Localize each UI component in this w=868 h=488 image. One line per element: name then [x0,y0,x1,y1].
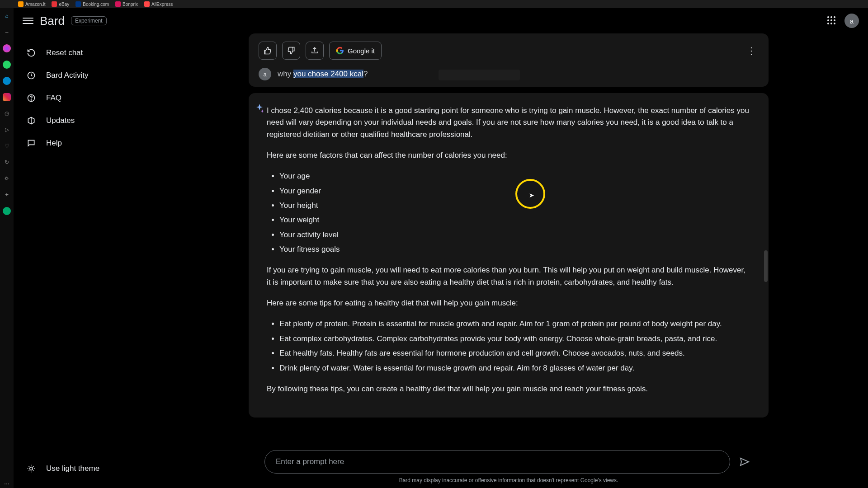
amazon-icon [18,1,24,7]
svg-point-3 [30,467,33,470]
play-icon[interactable]: ▷ [3,126,11,134]
os-sidebar: ⌂ – ◷ ▷ ♡ ↻ ⛭ ✦ ⋯ [0,8,14,488]
ebay-icon [52,1,57,7]
app-a-icon[interactable] [3,207,11,215]
google-it-button[interactable]: Google it [329,42,382,60]
sidebar-item-label: Updates [46,116,75,125]
thumbs-down-button[interactable] [282,42,300,60]
browser-bookmarks-bar: Amazon.it eBay Booking.com Bonprix AliEx… [0,0,868,8]
sidebar-item-label: Bard Activity [46,71,89,80]
disclaimer-text: Bard may display inaccurate or offensive… [399,477,618,483]
instagram-icon[interactable] [3,93,11,101]
bookmark-bonprix[interactable]: Bonprix [115,1,138,7]
app-title: Bard [40,14,65,28]
sidebar-item-activity[interactable]: Bard Activity [14,64,149,87]
response-actions-card: Google it ⋮ a why you chose 2400 kcal? [249,33,769,87]
activity-icon [26,70,36,80]
list-item: Your height [279,200,750,211]
list-item: Your age [279,170,750,182]
share-button[interactable] [306,42,324,60]
sidebar-item-label: Reset chat [46,48,83,57]
thumbs-up-button[interactable] [259,42,277,60]
sidebar-item-reset-chat[interactable]: Reset chat [14,42,149,64]
prompt-input[interactable] [276,457,719,466]
bookmark-ebay[interactable]: eBay [52,1,69,7]
history-icon[interactable]: ↻ [3,158,11,166]
menu-button[interactable] [23,15,33,26]
prompt-area [264,450,753,474]
list-item: Your activity level [279,229,750,241]
list-item: Your weight [279,214,750,226]
theme-label: Use light theme [46,464,99,473]
bookmark-booking[interactable]: Booking.com [75,1,109,7]
user-avatar: a [259,68,271,80]
list-item: Eat complex carbohydrates. Complex carbo… [279,333,750,345]
dash-icon[interactable]: – [3,28,11,36]
heart-icon[interactable]: ♡ [3,142,11,150]
list-item: Eat plenty of protein. Protein is essent… [279,318,750,330]
clock-icon[interactable]: ◷ [3,109,11,117]
response-body: I chose 2,400 calories because it is a g… [267,105,750,395]
send-button[interactable] [736,454,753,470]
theme-toggle[interactable]: Use light theme [14,457,149,480]
bard-app: Bard Experiment a Reset chat Bard Activi… [14,8,868,488]
bookmark-label: Bonprix [123,2,138,7]
google-logo-icon [336,47,344,55]
scrollbar-thumb[interactable] [764,250,768,282]
messenger-icon[interactable] [3,44,11,52]
list-item: Eat healthy fats. Healthy fats are essen… [279,347,750,359]
response-paragraph: By following these tips, you can create … [267,383,750,395]
response-paragraph: Here are some factors that can affect th… [267,150,750,161]
google-it-label: Google it [348,47,375,55]
help-icon [26,138,36,148]
response-paragraph: Here are some tips for eating a healthy … [267,297,750,309]
tips-list: Eat plenty of protein. Protein is essent… [279,318,750,374]
experiment-badge: Experiment [71,16,107,25]
sidebar-item-updates[interactable]: Updates [14,109,149,132]
home-icon[interactable]: ⌂ [3,12,11,20]
response-paragraph: I chose 2,400 calories because it is a g… [267,105,750,141]
bonprix-icon [115,1,121,7]
bookmark-aliexpress[interactable]: AliExpress [144,1,173,7]
telegram-icon[interactable] [3,77,11,85]
list-item: Your gender [279,185,750,197]
sidebar-item-label: FAQ [46,94,61,103]
settings-icon[interactable]: ⛭ [3,174,11,183]
sun-icon [26,464,36,474]
account-avatar[interactable]: a [844,14,859,28]
sidebar-item-help[interactable]: Help [14,132,149,155]
updates-icon [26,116,36,126]
bookmark-label: eBay [59,2,69,7]
prompt-input-container[interactable] [264,450,730,474]
sidebar-item-faq[interactable]: FAQ [14,87,149,109]
user-message-row: a why you chose 2400 kcal? [259,68,368,80]
more-options-button[interactable]: ⋮ [744,43,759,58]
factors-list: Your age Your gender Your height Your we… [279,170,750,255]
svg-point-2 [31,100,31,100]
tooltip-ghost [439,70,520,80]
side-nav: Reset chat Bard Activity FAQ Updates Hel… [14,33,149,488]
aliexpress-icon [144,1,150,7]
response-paragraph: If you are trying to gain muscle, you wi… [267,264,750,288]
more-icon[interactable]: ⋯ [3,480,11,488]
faq-icon [26,93,36,103]
chat-scroll[interactable]: Google it ⋮ a why you chose 2400 kcal? [249,33,769,446]
bard-response-card: I chose 2,400 calories because it is a g… [249,93,769,418]
main-column: Google it ⋮ a why you chose 2400 kcal? [149,33,868,488]
app-header: Bard Experiment a [14,8,868,33]
google-apps-button[interactable] [827,16,836,25]
booking-icon [75,1,81,7]
sparkle-icon[interactable]: ✦ [3,191,11,199]
list-item: Your fitness goals [279,244,750,255]
whatsapp-icon[interactable] [3,61,11,69]
bookmark-label: Booking.com [83,2,109,7]
bard-spark-icon [254,103,265,114]
reset-icon [26,48,36,58]
sidebar-item-label: Help [46,139,62,148]
list-item: Drink plenty of water. Water is essentia… [279,362,750,374]
user-message-text[interactable]: why you chose 2400 kcal? [278,70,368,79]
bookmark-label: AliExpress [151,2,173,7]
bookmark-label: Amazon.it [25,2,45,7]
bookmark-amazon[interactable]: Amazon.it [18,1,45,7]
